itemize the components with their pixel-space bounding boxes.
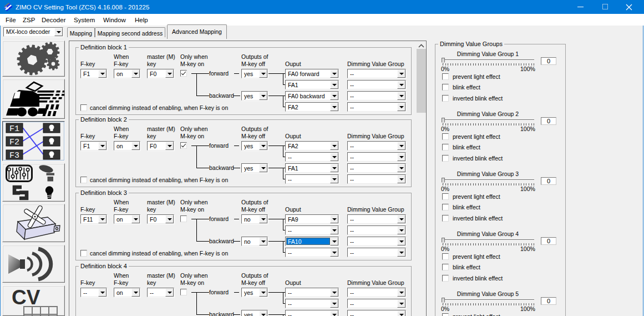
svg-text:F3: F3 (9, 151, 19, 160)
svg-text:F2: F2 (9, 138, 19, 147)
svg-text:F1: F1 (9, 124, 19, 134)
svg-text:CV: CV (12, 286, 40, 309)
